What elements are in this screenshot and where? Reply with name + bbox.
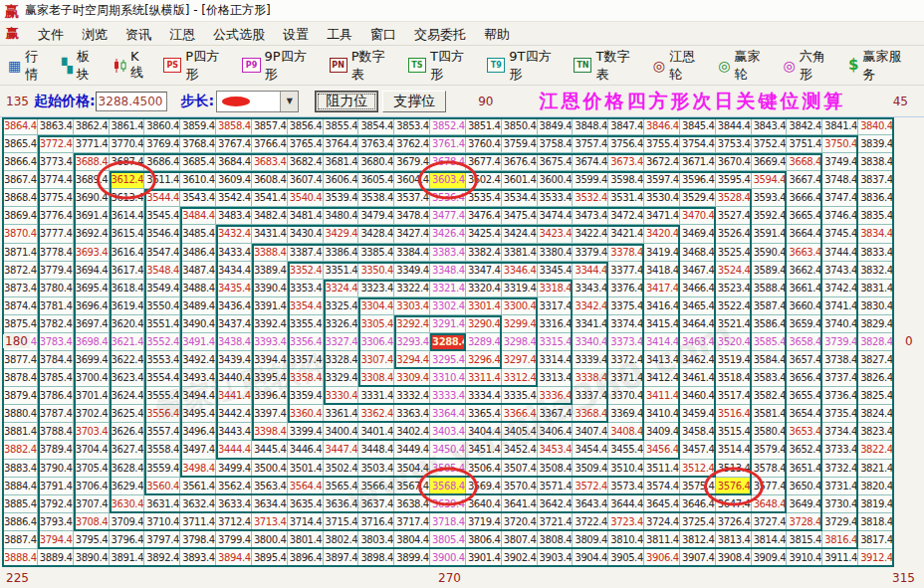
ts-square-icon: TS [408,58,426,73]
start-price-input[interactable] [96,92,167,111]
toolbar-button-9T四方形[interactable]: T99T四方形 [487,48,561,84]
grid-cell: 3412.45 [644,369,680,387]
grid-cell: 3909.45 [752,549,788,567]
support-button[interactable]: 支撑位 [382,91,446,112]
menu-item-3[interactable]: 江恩 [160,25,204,44]
grid-cell: 3697.45 [74,315,110,333]
grid-cell: 3387.45 [288,244,324,262]
menu-item-0[interactable]: 文件 [29,25,73,44]
grid-cell: 3545.45 [144,207,180,225]
toolbar-label: P数字表 [351,48,395,84]
grid-cell: 3548.45 [144,262,180,280]
grid-cell: 3351.45 [324,262,359,280]
key-level-cell[interactable]: 3576.45 [716,478,752,495]
step-dropdown[interactable]: ▼ [216,91,299,112]
grid-cell: 3713.45 [252,513,288,531]
grid-cell: 3304.45 [358,297,394,315]
menu-item-2[interactable]: 资讯 [116,25,160,44]
grid-cell: 3840.45 [858,117,894,135]
menu-item-8[interactable]: 交易委托 [405,25,475,44]
grid-cell: 3721.45 [538,513,574,531]
grid-cell: 3793.45 [38,513,74,531]
toolbar-button-六角形[interactable]: ◎六角形 [784,48,835,84]
grid-cell: 3819.45 [858,495,894,513]
ps-square-icon: PS [163,58,181,73]
grid-cell: 3638.45 [394,495,430,513]
key-level-cell[interactable]: 3612.45 [110,171,145,189]
key-level-cell[interactable]: 3568.45 [430,478,466,495]
grid-cell: 3582.45 [752,387,788,405]
grid-cell: 3407.45 [573,423,608,441]
grid-cell: 3656.45 [787,369,822,387]
grid-cell: 3763.45 [358,135,394,153]
grid-cell: 3403.45 [430,423,466,441]
grid-cell: 3614.45 [110,207,145,225]
grid-cell: 3756.45 [608,135,644,153]
toolbar-button-P四方形[interactable]: PSP四方形 [163,48,229,84]
grid-cell: 3476.45 [466,207,502,225]
grid-cell: 3484.45 [180,207,216,225]
toolbar-button-赢家服务[interactable]: $赢家服务 [848,48,911,84]
grid-cell: 3357.45 [288,351,324,369]
toolbar-button-赢家轮[interactable]: ◎赢家轮 [718,48,770,84]
grid-cell: 3777.45 [38,225,74,243]
toolbar-button-板块[interactable]: ▚板块 [62,48,101,84]
grid-cell: 3368.45 [573,405,608,423]
window-title: 赢家老子时空周期系统[纵横版] - [价格正方形] [25,2,271,19]
grid-cell: 3643.45 [573,495,608,513]
grid-cell: 3523.45 [716,280,752,297]
menu-item-5[interactable]: 设置 [274,25,318,44]
grid-cell: 3849.45 [538,117,574,135]
menu-item-4[interactable]: 公式选股 [204,25,274,44]
toolbar-button-T四方形[interactable]: TST四方形 [408,48,474,84]
chevron-down-icon[interactable]: ▼ [280,92,298,111]
grid-cell: 3684.45 [216,153,252,171]
grid-cell: 3655.45 [787,387,822,405]
toolbar-button-K线[interactable]: K线 [114,49,151,82]
grid-cell: 3586.45 [752,315,788,333]
toolbar-button-P数字表[interactable]: PNP数字表 [330,48,395,84]
menu-item-7[interactable]: 窗口 [361,25,405,44]
resistance-button[interactable]: 阻力位 [315,91,378,112]
grid-cell: 3396.45 [252,387,288,405]
grid-cell: 3366.45 [502,405,538,423]
grid-cell: 3405.45 [502,423,538,441]
menu-item-9[interactable]: 帮助 [475,25,519,44]
grid-cell: 3859.45 [180,117,216,135]
grid-cell: 3510.45 [608,460,644,478]
grid-cell: 3860.45 [144,117,180,135]
grid-cell: 3869.45 [2,207,38,225]
toolbar-button-江恩轮[interactable]: ◎江恩轮 [653,48,705,84]
grid-cell: 3810.45 [608,531,644,549]
grid-cell: 3632.45 [180,495,216,513]
grid-cell: 3317.45 [538,297,574,315]
toolbar-button-行情[interactable]: ▦行情 [8,48,49,84]
grid-cell: 3377.45 [608,262,644,280]
key-level-cell[interactable]: 3603.45 [430,171,466,189]
toolbar-button-9P四方形[interactable]: P99P四方形 [242,48,316,84]
grid-cell: 3517.45 [716,387,752,405]
grid-cell: 3299.45 [502,315,538,333]
grid-cell: 3376.45 [608,280,644,297]
menu-logo-icon: 赢 [6,25,19,43]
grid-cell: 3297.45 [502,351,538,369]
menu-item-1[interactable]: 浏览 [73,25,116,44]
grid-cell: 3547.45 [144,244,180,262]
grid-cell: 3441.45 [216,387,252,405]
grid-cell: 3554.45 [144,369,180,387]
start-price-label: 起始价格: [34,93,96,110]
grid-cell: 3399.45 [288,423,324,441]
grid-cell: 3766.45 [252,135,288,153]
grid-cell: 3578.45 [752,460,788,478]
grid-cell: 3699.45 [74,351,110,369]
grid-cell: 3856.45 [288,117,324,135]
toolbar-button-T数字表[interactable]: TNT数字表 [574,48,639,84]
grid-cell: 3730.45 [822,495,858,513]
grid-cell: 3501.45 [288,460,324,478]
grid-cell: 3556.45 [144,405,180,423]
menu-item-6[interactable]: 工具 [318,25,361,44]
grid-cell: 3519.45 [716,351,752,369]
grid-cell: 3619.45 [110,297,145,315]
grid-cell: 3610.45 [180,171,216,189]
grid-cell: 3552.45 [144,333,180,351]
